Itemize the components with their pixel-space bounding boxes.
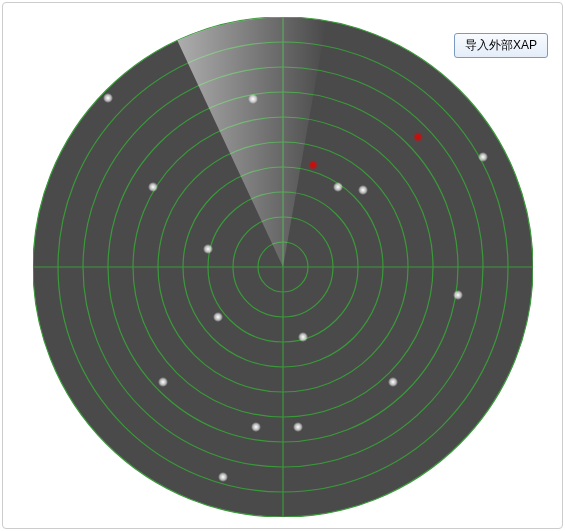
radar-blip — [203, 244, 213, 254]
app-frame: 导入外部XAP — [2, 2, 563, 529]
radar-blip — [103, 93, 113, 103]
radar-blip — [453, 290, 463, 300]
radar-blip — [158, 377, 168, 387]
radar-display — [33, 17, 533, 517]
radar-blip — [358, 185, 368, 195]
radar-blip — [293, 422, 303, 432]
radar-blip — [148, 182, 158, 192]
radar-blip — [248, 94, 258, 104]
radar-blip — [218, 472, 228, 482]
radar-blip — [298, 332, 308, 342]
radar-blip-target — [308, 160, 318, 170]
radar-blip-target — [413, 132, 423, 142]
radar-blip — [388, 377, 398, 387]
radar-blip — [251, 422, 261, 432]
radar-blip — [478, 152, 488, 162]
radar-blip — [333, 182, 343, 192]
radar-svg — [33, 17, 533, 517]
radar-blip — [213, 312, 223, 322]
import-xap-button[interactable]: 导入外部XAP — [454, 33, 548, 58]
